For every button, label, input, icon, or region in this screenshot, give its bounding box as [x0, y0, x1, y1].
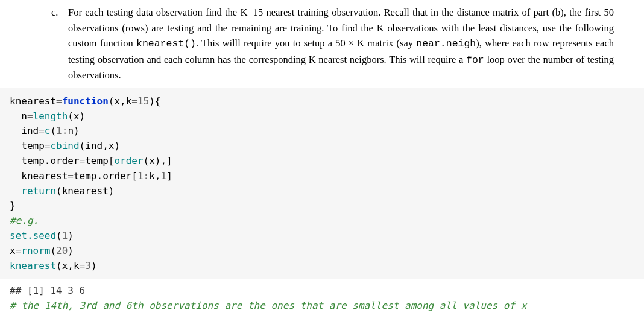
code-line: set.seed(1) [10, 230, 74, 241]
output-block: ## [1] 14 3 6 [0, 279, 644, 300]
code-line: return(knearest) [10, 185, 114, 197]
inline-code-nearneigh: near.neigh [416, 38, 476, 49]
question-text-2: . This willl require you to setup a 50 ×… [196, 37, 416, 49]
code-line: temp.order=temp[order(x),] [10, 155, 172, 167]
question-block: c. For each testing data observation fin… [0, 0, 644, 83]
question-marker: c. [51, 5, 68, 21]
code-line: knearest(x,k=3) [10, 260, 97, 271]
inline-code-for: for [466, 54, 484, 66]
question-body: For each testing data observation find t… [68, 5, 614, 83]
code-line: ind=c(1:n) [10, 125, 80, 136]
code-line: knearest=function(x,k=15){ [10, 95, 160, 107]
code-line: knearest=temp.order[1:k,1] [10, 170, 172, 182]
code-line: } [10, 200, 16, 211]
code-line: temp=cbind(ind,x) [10, 140, 120, 151]
inline-code-knearest: knearest() [136, 38, 196, 49]
code-line: n=length(x) [10, 110, 85, 122]
code-line: x=rnorm(20) [10, 245, 74, 256]
final-comment: # the 14th, 3rd and 6th observations are… [0, 300, 644, 316]
code-block: knearest=function(x,k=15){ n=length(x) i… [0, 88, 644, 280]
code-comment: #e.g. [10, 215, 39, 226]
